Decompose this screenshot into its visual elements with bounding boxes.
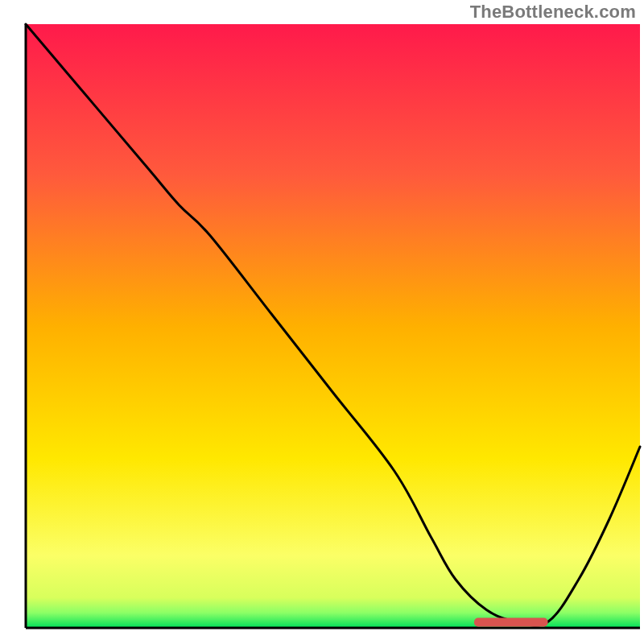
watermark-text: TheBottleneck.com [470,2,636,23]
plot-background [26,24,640,628]
bottleneck-chart [0,0,644,644]
optimal-range-marker [474,618,548,627]
